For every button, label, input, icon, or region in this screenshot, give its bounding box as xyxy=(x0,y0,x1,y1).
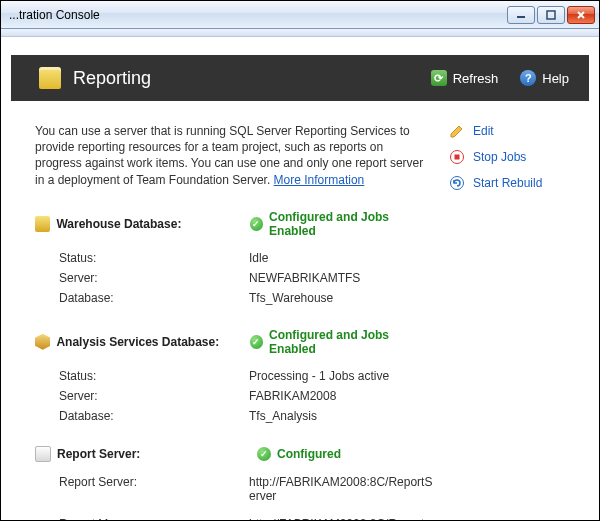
start-rebuild-label: Start Rebuild xyxy=(473,176,542,190)
intro-body: You can use a server that is running SQL… xyxy=(35,124,423,187)
refresh-label: Refresh xyxy=(453,71,499,86)
label: Report Manager: xyxy=(59,517,249,521)
rebuild-icon xyxy=(449,175,465,191)
analysis-row-status: Status: Processing - 1 Jobs active xyxy=(35,366,433,386)
section-warehouse-header: Warehouse Database: ✓ Configured and Job… xyxy=(35,210,433,238)
edit-label: Edit xyxy=(473,124,494,138)
value: http://FABRIKAM2008:8C/Reports xyxy=(249,517,433,521)
section-warehouse: Warehouse Database: ✓ Configured and Job… xyxy=(35,210,433,308)
warehouse-row-database: Database: Tfs_Warehouse xyxy=(35,288,433,308)
reporting-icon xyxy=(39,67,61,89)
report-status-chip-label: Configured xyxy=(277,447,341,461)
cube-icon xyxy=(35,334,50,350)
warehouse-status-chip-label: Configured and Jobs Enabled xyxy=(269,210,433,238)
check-icon: ✓ xyxy=(250,217,264,231)
value: Tfs_Analysis xyxy=(249,409,433,423)
section-analysis-header: Analysis Services Database: ✓ Configured… xyxy=(35,328,433,356)
window-title: ...tration Console xyxy=(9,8,505,22)
database-icon xyxy=(35,216,50,232)
minimize-button[interactable] xyxy=(507,6,535,24)
label: Database: xyxy=(59,409,249,423)
label: Status: xyxy=(59,369,249,383)
menubar xyxy=(1,29,599,37)
label: Server: xyxy=(59,389,249,403)
report-status-chip: ✓ Configured xyxy=(257,447,341,461)
page-title: Reporting xyxy=(73,68,409,89)
check-icon: ✓ xyxy=(250,335,264,349)
edit-link[interactable]: Edit xyxy=(449,123,569,139)
analysis-row-server: Server: FABRIKAM2008 xyxy=(35,386,433,406)
value: FABRIKAM2008 xyxy=(249,389,433,403)
label: Database: xyxy=(59,291,249,305)
label: Status: xyxy=(59,251,249,265)
window-titlebar: ...tration Console xyxy=(1,1,599,29)
value: Tfs_Warehouse xyxy=(249,291,433,305)
section-analysis-title: Analysis Services Database: xyxy=(56,335,249,349)
section-report: Report Server: ✓ Configured Report Serve… xyxy=(35,446,433,521)
label: Report Server: xyxy=(59,475,249,503)
help-button[interactable]: ? Help xyxy=(520,70,569,86)
refresh-button[interactable]: ⟳ Refresh xyxy=(431,70,499,86)
section-analysis: Analysis Services Database: ✓ Configured… xyxy=(35,328,433,426)
warehouse-status-chip: ✓ Configured and Jobs Enabled xyxy=(250,210,433,238)
help-label: Help xyxy=(542,71,569,86)
report-row-server: Report Server: http://FABRIKAM2008:8C/Re… xyxy=(35,472,433,506)
main-column: You can use a server that is running SQL… xyxy=(35,123,449,521)
more-information-link[interactable]: More Information xyxy=(274,173,365,187)
value: Processing - 1 Jobs active xyxy=(249,369,433,383)
label: Server: xyxy=(59,271,249,285)
page-header: Reporting ⟳ Refresh ? Help xyxy=(11,55,589,101)
content-area: You can use a server that is running SQL… xyxy=(11,101,589,521)
check-icon: ✓ xyxy=(257,447,271,461)
document-icon xyxy=(35,446,51,462)
actions-sidebar: Edit Stop Jobs Start Rebuild xyxy=(449,123,569,521)
start-rebuild-link[interactable]: Start Rebuild xyxy=(449,175,569,191)
intro-text: You can use a server that is running SQL… xyxy=(35,123,433,188)
stop-jobs-link[interactable]: Stop Jobs xyxy=(449,149,569,165)
analysis-status-chip-label: Configured and Jobs Enabled xyxy=(269,328,433,356)
value: http://FABRIKAM2008:8C/ReportServer xyxy=(249,475,433,503)
analysis-row-database: Database: Tfs_Analysis xyxy=(35,406,433,426)
section-report-header: Report Server: ✓ Configured xyxy=(35,446,433,462)
svg-rect-5 xyxy=(455,155,460,160)
analysis-status-chip: ✓ Configured and Jobs Enabled xyxy=(250,328,433,356)
stop-jobs-label: Stop Jobs xyxy=(473,150,526,164)
report-row-manager: Report Manager: http://FABRIKAM2008:8C/R… xyxy=(35,514,433,521)
svg-rect-1 xyxy=(547,11,555,19)
section-report-title: Report Server: xyxy=(57,447,257,461)
maximize-button[interactable] xyxy=(537,6,565,24)
warehouse-row-status: Status: Idle xyxy=(35,248,433,268)
help-icon: ? xyxy=(520,70,536,86)
warehouse-row-server: Server: NEWFABRIKAMTFS xyxy=(35,268,433,288)
pencil-icon xyxy=(449,123,465,139)
value: Idle xyxy=(249,251,433,265)
close-button[interactable] xyxy=(567,6,595,24)
value: NEWFABRIKAMTFS xyxy=(249,271,433,285)
section-warehouse-title: Warehouse Database: xyxy=(56,217,249,231)
refresh-icon: ⟳ xyxy=(431,70,447,86)
stop-icon xyxy=(449,149,465,165)
